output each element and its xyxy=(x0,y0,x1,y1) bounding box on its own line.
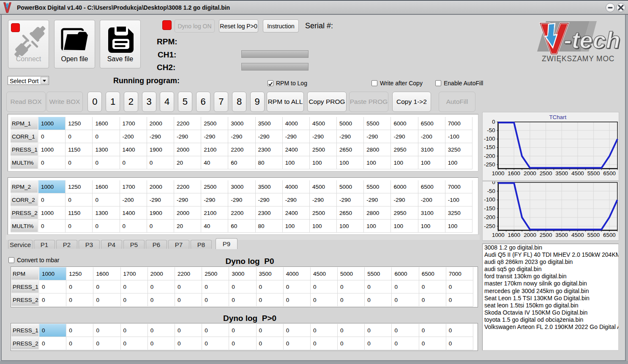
svg-text:-150: -150 xyxy=(484,144,495,150)
svg-text:1600: 1600 xyxy=(508,170,520,177)
svg-text:-100: -100 xyxy=(484,136,495,142)
svg-text:6500: 6500 xyxy=(603,170,616,177)
svg-text:3500: 3500 xyxy=(555,170,568,177)
svg-text:5500: 5500 xyxy=(587,170,600,177)
svg-text:0: 0 xyxy=(492,181,495,185)
svg-text:2000: 2000 xyxy=(524,170,536,177)
svg-text:-200: -200 xyxy=(484,153,495,159)
svg-text:ZWIĘKSZAMY MOC: ZWIĘKSZAMY MOC xyxy=(542,54,614,63)
svg-text:-250: -250 xyxy=(484,223,495,229)
svg-text:-150: -150 xyxy=(484,205,495,212)
svg-text:1000: 1000 xyxy=(492,232,505,238)
svg-text:TChart: TChart xyxy=(549,114,566,120)
svg-text:-250: -250 xyxy=(484,161,495,168)
svg-text:2500: 2500 xyxy=(540,232,552,238)
svg-text:-50: -50 xyxy=(487,188,495,194)
svg-text:2000: 2000 xyxy=(524,232,536,238)
svg-text:-50: -50 xyxy=(487,127,495,133)
svg-text:3500: 3500 xyxy=(555,232,568,238)
svg-text:5500: 5500 xyxy=(587,232,600,238)
svg-text:-tech: -tech xyxy=(564,27,620,53)
svg-text:4500: 4500 xyxy=(571,170,584,177)
svg-text:1600: 1600 xyxy=(508,232,521,238)
svg-text:-100: -100 xyxy=(484,196,495,203)
svg-text:6500: 6500 xyxy=(603,232,616,238)
svg-text:0: 0 xyxy=(492,119,495,125)
svg-text:2500: 2500 xyxy=(540,170,552,177)
svg-text:1000: 1000 xyxy=(492,170,505,177)
svg-text:4500: 4500 xyxy=(571,232,584,238)
svg-text:-200: -200 xyxy=(484,214,495,220)
